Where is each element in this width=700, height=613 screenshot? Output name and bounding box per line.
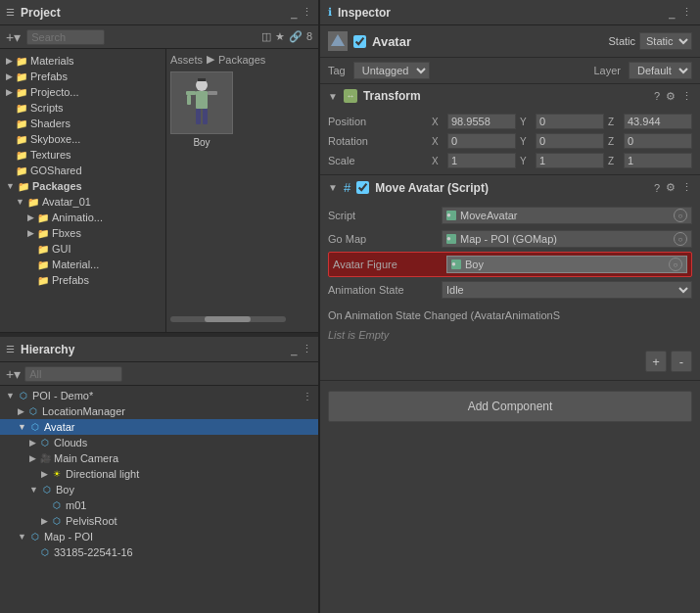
layer-select[interactable]: Default: [629, 62, 692, 79]
hierarchy-add-icon[interactable]: +▾: [6, 366, 21, 382]
hier-item-mappoi[interactable]: ▼ ⬡ Map - POI: [0, 529, 318, 544]
event-body: List is Empty: [320, 325, 700, 349]
scale-z-input[interactable]: [624, 153, 692, 168]
transform-settings-icon[interactable]: ⚙: [666, 90, 676, 103]
rot-z-input[interactable]: [624, 133, 692, 149]
hier-item-pelvisroot[interactable]: ▶ ⬡ PelvisRoot: [0, 513, 318, 529]
scale-x-input[interactable]: [447, 153, 516, 168]
inspector-title: Inspector: [338, 6, 663, 20]
avatar-figure-circle-btn[interactable]: ○: [669, 258, 682, 271]
rotation-label: Rotation: [328, 135, 426, 147]
hier-item-directionallight[interactable]: ▶ ☀ Directional light: [0, 466, 318, 482]
tree-item-prefabs[interactable]: ▶ 📁 Prefabs: [0, 69, 165, 84]
project-view-icon[interactable]: ◫: [261, 30, 271, 43]
move-avatar-checkbox[interactable]: [356, 181, 369, 194]
scale-y-input[interactable]: [536, 153, 604, 168]
inspector-more-icon[interactable]: ⋮: [681, 6, 692, 19]
tree-item-animations[interactable]: ▶ 📁 Animatio...: [0, 210, 165, 225]
scale-z-axis: Z: [608, 156, 620, 166]
tree-item-materials[interactable]: ▶ 📁 Materials: [0, 53, 165, 69]
rot-y-axis: Y: [520, 136, 532, 147]
rot-x-input[interactable]: [447, 133, 516, 149]
tree-item-scripts[interactable]: ▶ 📁 Scripts: [0, 100, 165, 116]
breadcrumb-packages[interactable]: Packages: [218, 54, 265, 66]
list-empty-label: List is Empty: [328, 329, 389, 341]
transform-more-icon[interactable]: ⋮: [681, 90, 692, 103]
svg-rect-2: [196, 91, 208, 109]
move-avatar-help-icon[interactable]: ?: [654, 182, 660, 194]
pos-z-input[interactable]: [624, 114, 692, 129]
hier-item-locationmanager[interactable]: ▶ ⬡ LocationManager: [0, 403, 318, 419]
svg-rect-5: [196, 109, 201, 124]
tag-select[interactable]: Untagged: [353, 62, 430, 79]
move-avatar-more-icon[interactable]: ⋮: [681, 181, 692, 194]
anim-state-select[interactable]: Idle Walk Run: [442, 281, 692, 299]
tree-item-goshared[interactable]: ▶ 📁 GOShared: [0, 163, 165, 178]
project-tree: ▶ 📁 Materials ▶ 📁 Prefabs ▶ 📁 Projecto..…: [0, 49, 166, 332]
obj-active-checkbox[interactable]: [353, 35, 366, 48]
tree-item-packages[interactable]: ▼ 📁 Packages: [0, 178, 165, 194]
hier-item-avatar[interactable]: ▼ ⬡ Avatar: [0, 419, 318, 435]
avatar-figure-ref[interactable]: ● Boy ○: [446, 256, 687, 273]
transform-help-icon[interactable]: ?: [654, 90, 660, 102]
event-add-btn[interactable]: +: [645, 351, 667, 372]
project-filter-icon[interactable]: 🔗: [289, 30, 303, 43]
breadcrumb-assets[interactable]: Assets: [170, 54, 203, 66]
gomap-circle-btn[interactable]: ○: [674, 232, 687, 246]
inspector-lock-icon[interactable]: ⎯: [669, 7, 676, 19]
rot-y-input[interactable]: [536, 133, 604, 149]
project-more-icon[interactable]: ⋮: [302, 6, 312, 19]
static-dropdown[interactable]: Static: [639, 32, 692, 50]
scale-label: Scale: [328, 155, 426, 166]
script-obj-ref[interactable]: ● MoveAvatar ○: [442, 207, 692, 224]
tree-item-project[interactable]: ▶ 📁 Projecto...: [0, 84, 165, 100]
layer-label: Layer: [593, 65, 621, 76]
tree-item-avatar01[interactable]: ▼ 📁 Avatar_01: [0, 194, 165, 210]
hierarchy-panel: ☰ Hierarchy ⎯ ⋮ +▾ ▼ ⬡ POI - Demo* ⋮ ▶ ⬡…: [0, 337, 318, 613]
hier-item-poi[interactable]: ▼ ⬡ POI - Demo* ⋮: [0, 388, 318, 403]
asset-boy[interactable]: Boy: [170, 71, 233, 148]
scale-values: X Y Z: [432, 153, 692, 168]
left-panel: ☰ Project ⎯ ⋮ +▾ ◫ ★ 🔗 8 ▶ 📁 M: [0, 0, 318, 613]
project-search-input[interactable]: [26, 29, 105, 45]
pos-x-input[interactable]: [447, 114, 516, 129]
gomap-obj-ref[interactable]: ● Map - POI (GOMap) ○: [442, 230, 692, 248]
hier-item-clouds[interactable]: ▶ ⬡ Clouds: [0, 435, 318, 450]
project-star-icon[interactable]: ★: [275, 30, 285, 43]
hier-item-m01[interactable]: ▶ ⬡ m01: [0, 497, 318, 513]
move-avatar-header[interactable]: ▼ # Move Avatar (Script) ? ⚙ ⋮: [320, 175, 700, 200]
project-lock-icon[interactable]: ⎯: [291, 7, 298, 19]
project-assets: Assets ▶ Packages: [166, 49, 318, 332]
tree-item-fbxes[interactable]: ▶ 📁 Fbxes: [0, 225, 165, 241]
inspector-panel: ℹ Inspector ⎯ ⋮ Avatar Static Static: [320, 0, 700, 613]
event-remove-btn[interactable]: -: [671, 351, 692, 372]
tree-item-skyboxes[interactable]: ▶ 📁 Skyboxe...: [0, 131, 165, 147]
hierarchy-icon: ☰: [6, 344, 15, 354]
add-component-button[interactable]: Add Component: [328, 391, 692, 422]
project-scrollbar[interactable]: [170, 316, 286, 322]
event-label: On Animation State Changed (AvatarAnimat…: [328, 309, 560, 321]
hier-item-maincamera[interactable]: ▶ 🎥 Main Camera: [0, 450, 318, 466]
tree-item-materials2[interactable]: ▶ 📁 Material...: [0, 257, 165, 272]
hier-item-boy[interactable]: ▼ ⬡ Boy: [0, 482, 318, 497]
hier-item-poi-menu[interactable]: ⋮: [303, 391, 312, 401]
tree-item-gui[interactable]: ▶ 📁 GUI: [0, 241, 165, 257]
script-circle-btn[interactable]: ○: [674, 209, 687, 222]
asset-boy-thumbnail: [170, 71, 233, 134]
tree-item-prefabs2[interactable]: ▶ 📁 Prefabs: [0, 272, 165, 288]
svg-rect-4: [208, 91, 217, 95]
hierarchy-more-icon[interactable]: ⋮: [302, 343, 312, 355]
hier-item-33185[interactable]: ▶ ⬡ 33185-22541-16: [0, 544, 318, 560]
add-folder-icon[interactable]: +▾: [6, 29, 21, 45]
hierarchy-search-input[interactable]: [24, 366, 122, 382]
transform-header[interactable]: ▼ ↔ Transform ? ⚙ ⋮: [320, 84, 700, 108]
pos-y-input[interactable]: [536, 114, 604, 129]
script-row: Script ● MoveAvatar ○: [328, 204, 692, 227]
hierarchy-lock-icon[interactable]: ⎯: [291, 344, 298, 355]
rotation-values: X Y Z: [432, 133, 692, 149]
move-avatar-settings-icon[interactable]: ⚙: [666, 181, 676, 194]
transform-body: Position X Y Z Rotation X: [320, 108, 700, 174]
transform-position-row: Position X Y Z: [328, 112, 692, 131]
tree-item-shaders[interactable]: ▶ 📁 Shaders: [0, 116, 165, 131]
tree-item-textures[interactable]: ▶ 📁 Textures: [0, 147, 165, 163]
